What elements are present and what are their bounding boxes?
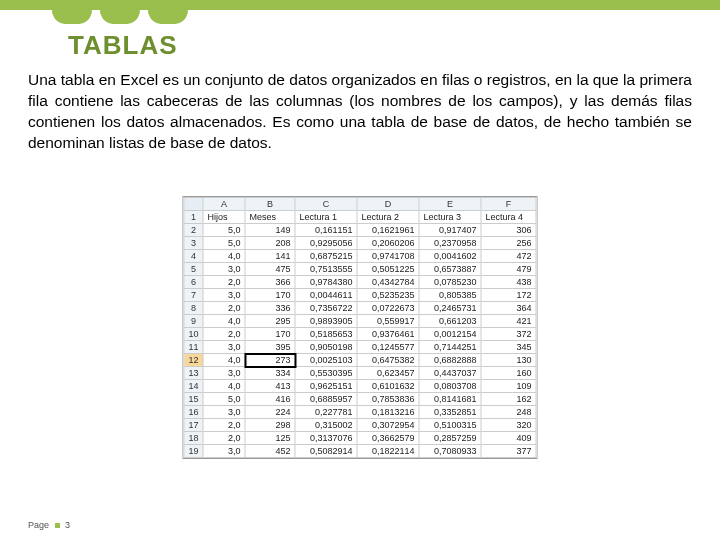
cell[interactable]: 421 <box>481 315 536 328</box>
cell[interactable]: 0,9784380 <box>295 276 357 289</box>
cell[interactable]: Hijos <box>203 211 245 224</box>
cell[interactable]: Lectura 4 <box>481 211 536 224</box>
row-header[interactable]: 8 <box>184 302 203 315</box>
cell[interactable]: 3,0 <box>203 406 245 419</box>
cell[interactable]: Lectura 1 <box>295 211 357 224</box>
cell[interactable]: 0,5082914 <box>295 445 357 458</box>
row-header[interactable]: 10 <box>184 328 203 341</box>
cell[interactable]: 306 <box>481 224 536 237</box>
cell[interactable]: 364 <box>481 302 536 315</box>
cell[interactable]: 5,0 <box>203 393 245 406</box>
select-all-corner[interactable] <box>184 198 203 211</box>
cell[interactable]: 208 <box>245 237 295 250</box>
col-header-D[interactable]: D <box>357 198 419 211</box>
cell[interactable]: 2,0 <box>203 328 245 341</box>
cell[interactable]: 372 <box>481 328 536 341</box>
cell[interactable]: 5,0 <box>203 237 245 250</box>
cell[interactable]: 0,2060206 <box>357 237 419 250</box>
cell[interactable]: 141 <box>245 250 295 263</box>
cell[interactable]: 320 <box>481 419 536 432</box>
cell[interactable]: 0,6475382 <box>357 354 419 367</box>
cell[interactable]: 0,161151 <box>295 224 357 237</box>
cell[interactable]: 170 <box>245 328 295 341</box>
cell[interactable]: 0,2465731 <box>419 302 481 315</box>
cell[interactable]: 256 <box>481 237 536 250</box>
cell[interactable]: 395 <box>245 341 295 354</box>
cell[interactable]: 336 <box>245 302 295 315</box>
col-header-C[interactable]: C <box>295 198 357 211</box>
cell[interactable]: 0,315002 <box>295 419 357 432</box>
cell[interactable]: 475 <box>245 263 295 276</box>
cell[interactable]: 0,3352851 <box>419 406 481 419</box>
cell[interactable]: 0,559917 <box>357 315 419 328</box>
row-header[interactable]: 12 <box>184 354 203 367</box>
cell[interactable]: 413 <box>245 380 295 393</box>
cell[interactable]: 3,0 <box>203 445 245 458</box>
cell[interactable]: 0,1822114 <box>357 445 419 458</box>
cell[interactable]: 248 <box>481 406 536 419</box>
cell[interactable]: 3,0 <box>203 341 245 354</box>
cell[interactable]: 334 <box>245 367 295 380</box>
cell[interactable]: 0,7356722 <box>295 302 357 315</box>
cell[interactable]: 0,0044611 <box>295 289 357 302</box>
cell[interactable]: 0,6101632 <box>357 380 419 393</box>
row-header[interactable]: 9 <box>184 315 203 328</box>
cell[interactable]: 0,7853836 <box>357 393 419 406</box>
cell[interactable]: 224 <box>245 406 295 419</box>
cell[interactable]: 416 <box>245 393 295 406</box>
cell[interactable]: 5,0 <box>203 224 245 237</box>
row-header[interactable]: 17 <box>184 419 203 432</box>
row-header[interactable]: 11 <box>184 341 203 354</box>
row-header[interactable]: 2 <box>184 224 203 237</box>
cell[interactable]: 0,9376461 <box>357 328 419 341</box>
col-header-F[interactable]: F <box>481 198 536 211</box>
cell[interactable]: 2,0 <box>203 302 245 315</box>
cell[interactable]: 0,0785230 <box>419 276 481 289</box>
row-header[interactable]: 18 <box>184 432 203 445</box>
row-header[interactable]: 15 <box>184 393 203 406</box>
cell[interactable]: 0,6875215 <box>295 250 357 263</box>
cell[interactable]: 170 <box>245 289 295 302</box>
cell[interactable]: 0,917407 <box>419 224 481 237</box>
row-header[interactable]: 6 <box>184 276 203 289</box>
cell[interactable]: 162 <box>481 393 536 406</box>
cell[interactable]: 3,0 <box>203 263 245 276</box>
cell[interactable]: 149 <box>245 224 295 237</box>
col-header-A[interactable]: A <box>203 198 245 211</box>
row-header[interactable]: 5 <box>184 263 203 276</box>
cell[interactable]: 0,9625151 <box>295 380 357 393</box>
cell[interactable]: 298 <box>245 419 295 432</box>
cell[interactable]: 0,9741708 <box>357 250 419 263</box>
cell[interactable]: 0,0803708 <box>419 380 481 393</box>
cell[interactable]: 3,0 <box>203 289 245 302</box>
cell[interactable]: 345 <box>481 341 536 354</box>
cell[interactable]: 0,0041602 <box>419 250 481 263</box>
row-header[interactable]: 1 <box>184 211 203 224</box>
cell[interactable]: 0,227781 <box>295 406 357 419</box>
cell[interactable]: 0,5051225 <box>357 263 419 276</box>
cell[interactable]: 377 <box>481 445 536 458</box>
cell[interactable]: Lectura 2 <box>357 211 419 224</box>
cell[interactable]: 479 <box>481 263 536 276</box>
cell[interactable]: 0,1621961 <box>357 224 419 237</box>
cell[interactable]: 0,4342784 <box>357 276 419 289</box>
row-header[interactable]: 19 <box>184 445 203 458</box>
cell[interactable]: 4,0 <box>203 315 245 328</box>
cell[interactable]: 0,9893905 <box>295 315 357 328</box>
row-header[interactable]: 13 <box>184 367 203 380</box>
cell[interactable]: Lectura 3 <box>419 211 481 224</box>
cell[interactable]: 2,0 <box>203 276 245 289</box>
cell[interactable]: 0,5100315 <box>419 419 481 432</box>
cell[interactable]: 109 <box>481 380 536 393</box>
cell[interactable]: 0,7144251 <box>419 341 481 354</box>
row-header[interactable]: 14 <box>184 380 203 393</box>
cell[interactable]: 0,4437037 <box>419 367 481 380</box>
cell[interactable]: 0,7080933 <box>419 445 481 458</box>
cell[interactable]: 0,3137076 <box>295 432 357 445</box>
cell[interactable]: 3,0 <box>203 367 245 380</box>
cell[interactable]: 452 <box>245 445 295 458</box>
cell[interactable]: 0,7513555 <box>295 263 357 276</box>
cell[interactable]: 4,0 <box>203 354 245 367</box>
cell[interactable]: 295 <box>245 315 295 328</box>
cell[interactable]: 0,0025103 <box>295 354 357 367</box>
